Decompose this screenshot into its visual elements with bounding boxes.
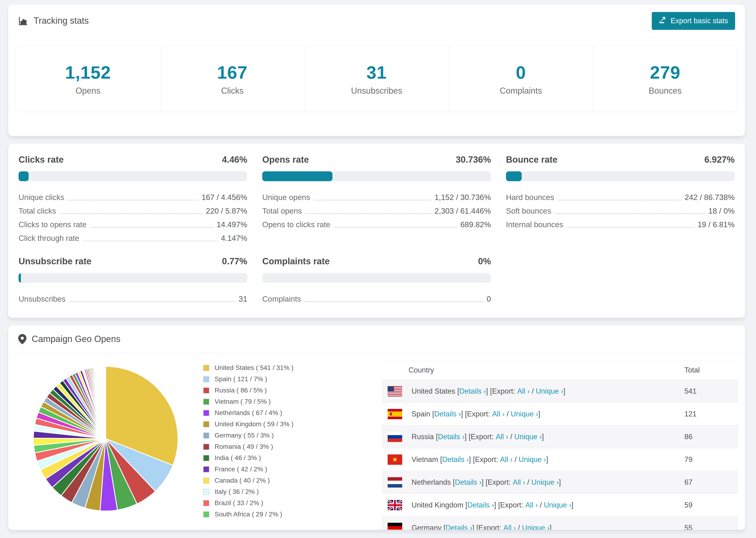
stat-opens: 1,152 Opens	[16, 46, 160, 112]
geo-pie-legend: United States ( 541 / 31% ) Spain ( 121 …	[203, 353, 382, 522]
clicks-rate-value: 4.46%	[222, 155, 247, 165]
total-value: 121	[684, 410, 738, 418]
clicks-rate-section: Clicks rate 4.46% Unique clicks167 / 4.4…	[19, 155, 247, 244]
export-unique-link[interactable]: Unique ›	[531, 478, 559, 487]
legend-swatch	[203, 421, 209, 427]
export-unique-link[interactable]: Unique ›	[511, 410, 538, 418]
country-name: United States	[411, 387, 458, 396]
legend-swatch	[203, 500, 209, 506]
stat-row-label: Complaints	[262, 295, 301, 305]
details-link[interactable]: Details ›	[438, 433, 465, 441]
clicks-rate-title: Clicks rate	[19, 155, 64, 165]
legend-item: Vietnam ( 79 / 5% )	[203, 398, 382, 405]
stat-row-value: 242 / 86.738%	[685, 193, 735, 203]
country-name: Vietnam	[411, 456, 440, 464]
table-row: Netherlands [Details ›] [Export: All › /…	[382, 471, 738, 494]
export-basic-stats-button[interactable]: Export basic stats	[652, 12, 735, 30]
opens-rate-value: 30.736%	[456, 155, 491, 165]
legend-swatch	[203, 365, 209, 371]
unsubscribe-rate-bar	[19, 273, 247, 283]
details-link[interactable]: Details ›	[442, 456, 469, 464]
legend-item: Canada ( 40 / 2% )	[203, 477, 382, 484]
bounces-value: 279	[650, 62, 680, 82]
stat-row-label: Total clicks	[19, 207, 56, 217]
export-unique-link[interactable]: Unique ›	[536, 387, 563, 396]
tracking-stats-card: Tracking stats Export basic stats 1,152 …	[8, 4, 745, 136]
legend-item: United Kingdom ( 59 / 3% )	[203, 420, 382, 428]
total-value: 86	[684, 433, 738, 441]
opens-rate-bar	[262, 171, 491, 181]
legend-item: Romania ( 49 / 3% )	[203, 443, 382, 451]
legend-item: India ( 46 / 3% )	[203, 454, 382, 462]
legend-swatch	[203, 489, 209, 495]
country-cell: Spain [Details ›] [Export: All › / Uniqu…	[382, 409, 684, 419]
flag-icon-nl	[388, 477, 402, 488]
details-link[interactable]: Details ›	[455, 478, 482, 487]
legend-item: France ( 42 / 2% )	[203, 465, 382, 473]
country-cell: United States [Details ›] [Export: All ›…	[382, 386, 684, 397]
legend-item: Germany ( 55 / 3% )	[203, 432, 382, 439]
unsubscribe-rate-title: Unsubscribe rate	[19, 256, 91, 266]
country-name: Spain	[411, 410, 432, 418]
complaints-rate-value: 0%	[478, 256, 491, 266]
details-link[interactable]: Details ›	[446, 524, 472, 530]
clicks-value: 167	[217, 62, 247, 82]
legend-item: Netherlands ( 67 / 4% )	[203, 409, 382, 417]
legend-item: United States ( 541 / 31% )	[203, 364, 382, 372]
export-unique-link[interactable]: Unique ›	[544, 501, 571, 510]
opens-label: Opens	[76, 86, 100, 96]
total-column-header: Total	[684, 366, 738, 374]
export-unique-link[interactable]: Unique ›	[514, 433, 542, 441]
stat-row-value: 19 / 6.81%	[698, 220, 735, 231]
opens-rate-section: Opens rate 30.736% Unique opens1,152 / 3…	[262, 155, 491, 244]
complaints-rate-bar	[262, 273, 491, 283]
geo-opens-header: Campaign Geo Opens	[8, 325, 745, 353]
complaints-rate-title: Complaints rate	[262, 256, 330, 266]
stat-row-label: Unsubscribes	[19, 295, 66, 305]
flag-icon-us	[388, 386, 402, 397]
legend-swatch	[203, 387, 209, 394]
unsubscribes-label: Unsubscribes	[351, 86, 402, 96]
details-link[interactable]: Details ›	[467, 501, 494, 510]
details-link[interactable]: Details ›	[459, 387, 486, 396]
table-row: Russia [Details ›] [Export: All › / Uniq…	[382, 425, 738, 448]
flag-icon-gb	[388, 500, 402, 510]
complaints-label: Complaints	[500, 86, 542, 96]
stat-row-value: 167 / 4.456%	[202, 193, 247, 203]
map-pin-icon	[18, 334, 27, 344]
details-link[interactable]: Details ›	[434, 410, 461, 418]
legend-item: Spain ( 121 / 7% )	[203, 375, 382, 383]
country-name: Germany	[411, 524, 444, 530]
bounces-label: Bounces	[649, 86, 681, 96]
export-all-link[interactable]: All ›	[525, 501, 538, 510]
rates-card: Clicks rate 4.46% Unique clicks167 / 4.4…	[8, 143, 745, 318]
legend-swatch	[203, 477, 209, 484]
complaints-rate-section: Complaints rate 0% Complaints0	[262, 256, 491, 305]
tracking-stats-header: Tracking stats Export basic stats	[8, 4, 745, 37]
stat-row-value: 689.82%	[460, 220, 491, 231]
legend-item: South Africa ( 29 / 2% )	[203, 511, 382, 518]
country-name: Netherlands	[411, 478, 453, 487]
export-unique-link[interactable]: Unique ›	[522, 524, 549, 530]
stat-complaints: 0 Complaints	[449, 46, 593, 112]
export-all-link[interactable]: All ›	[492, 410, 505, 418]
stat-row-value: 18 / 0%	[708, 207, 735, 217]
stat-row-label: Unique clicks	[19, 193, 64, 203]
export-all-link[interactable]: All ›	[503, 524, 516, 530]
export-all-link[interactable]: All ›	[500, 456, 513, 464]
country-name: United Kingdom	[411, 501, 465, 510]
export-all-link[interactable]: All ›	[496, 433, 508, 441]
stat-row-value: 220 / 5.87%	[206, 207, 247, 217]
stat-row-label: Hard bounces	[506, 193, 554, 203]
country-cell: Vietnam [Details ›] [Export: All › / Uni…	[382, 455, 684, 465]
export-unique-link[interactable]: Unique ›	[519, 456, 546, 464]
stat-row-label: Soft bounces	[506, 207, 551, 217]
export-all-link[interactable]: All ›	[513, 478, 525, 487]
country-cell: Germany [Details ›] [Export: All › / Uni…	[382, 523, 684, 530]
legend-swatch	[203, 511, 209, 517]
complaints-value: 0	[516, 62, 526, 82]
unsubscribe-rate-section: Unsubscribe rate 0.77% Unsubscribes31	[19, 256, 247, 305]
stat-row-value: 1,152 / 30.736%	[435, 193, 491, 203]
export-all-link[interactable]: All ›	[517, 387, 530, 396]
geo-opens-title: Campaign Geo Opens	[32, 334, 121, 344]
